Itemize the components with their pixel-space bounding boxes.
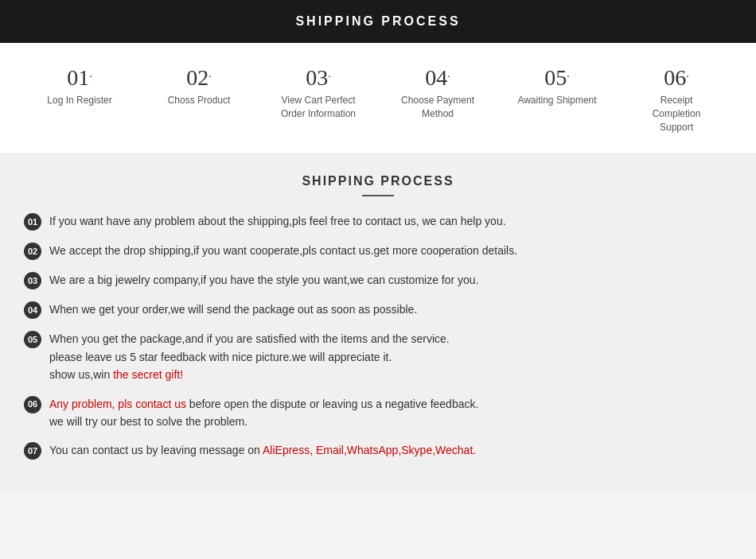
list-item: 05When you get the package,and if you ar… [24, 330, 732, 383]
step-item-1: 01.Log In Register [20, 67, 139, 107]
step-label-2: Choss Product [168, 94, 231, 107]
red-text: Any problem, pls contact us [49, 398, 186, 410]
info-text-01: If you want have any problem about the s… [49, 212, 506, 230]
bullet-01: 01 [24, 213, 41, 231]
step-label-5: Awaiting Shipment [517, 94, 596, 107]
shipping-info-section: SHIPPING PROCESS 01If you want have any … [0, 154, 756, 495]
steps-section: 01.Log In Register02.Choss Product03.Vie… [0, 43, 756, 154]
bullet-03: 03 [24, 272, 41, 289]
step-item-2: 02.Choss Product [139, 67, 259, 107]
info-list: 01If you want have any problem about the… [24, 212, 732, 460]
list-item: 07You can contact us by leaving message … [24, 441, 732, 460]
red-text: AliEpress, Email,WhatsApp,Skype,Wechat. [263, 444, 476, 456]
step-number-3: 03. [306, 67, 331, 89]
step-label-1: Log In Register [47, 94, 111, 107]
step-item-6: 06.Receipt Completion Support [617, 67, 736, 134]
section-title: SHIPPING PROCESS [24, 174, 732, 188]
step-label-4: Choose Payment Method [398, 94, 477, 121]
info-line: When you get the package,and if you are … [49, 330, 450, 347]
bullet-06: 06 [24, 396, 41, 413]
info-line: show us,win the secret gift! [49, 366, 450, 383]
step-number-4: 04. [425, 67, 450, 89]
bullet-05: 05 [24, 331, 41, 348]
bullet-07: 07 [24, 442, 41, 460]
info-line: please leave us 5 star feedback with nic… [49, 348, 450, 366]
header-banner: SHIPPING PROCESS [0, 0, 756, 43]
info-text-04: When we get your order,we will send the … [49, 301, 417, 318]
info-text-07: You can contact us by leaving message on… [49, 441, 476, 459]
step-label-6: Receipt Completion Support [637, 94, 716, 134]
step-item-4: 04.Choose Payment Method [378, 67, 497, 121]
step-number-6: 06. [664, 67, 689, 89]
steps-container: 01.Log In Register02.Choss Product03.Vie… [20, 67, 736, 134]
list-item: 06Any problem, pls contact us before ope… [24, 395, 732, 431]
step-number-2: 02. [186, 67, 212, 89]
info-text-05: When you get the package,and if you are … [49, 330, 450, 383]
list-item: 02We accept the drop shipping,if you wan… [24, 242, 732, 260]
info-text-03: We are a big jewelry company,if you have… [49, 271, 479, 289]
step-label-3: View Cart Perfect Order Information [279, 94, 358, 121]
bullet-04: 04 [24, 301, 41, 319]
step-number-1: 01. [67, 67, 92, 89]
info-text-02: We accept the drop shipping,if you want … [49, 242, 517, 259]
bullet-02: 02 [24, 243, 41, 260]
step-item-5: 05.Awaiting Shipment [497, 67, 617, 107]
red-text: the secret gift! [113, 368, 183, 381]
title-underline [362, 195, 394, 196]
list-item: 01If you want have any problem about the… [24, 212, 732, 231]
step-item-3: 03.View Cart Perfect Order Information [259, 67, 378, 121]
list-item: 03We are a big jewelry company,if you ha… [24, 271, 732, 289]
info-text-06: Any problem, pls contact us before open … [49, 395, 478, 431]
list-item: 04When we get your order,we will send th… [24, 301, 732, 319]
step-number-5: 05. [544, 67, 570, 89]
header-title: SHIPPING PROCESS [295, 14, 460, 28]
